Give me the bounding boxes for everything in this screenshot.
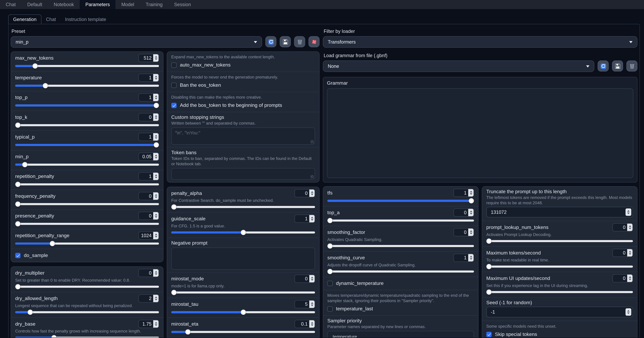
refresh-button[interactable] [598, 60, 609, 72]
spinner-up-icon[interactable] [154, 174, 157, 176]
seed-input-spinner[interactable] [626, 308, 631, 316]
top_a-input[interactable]: 0 [454, 208, 474, 217]
maximum-ui-updates-second-input[interactable]: 0 [612, 274, 633, 282]
penalty_alpha-slider[interactable] [171, 204, 315, 210]
spinner-up-icon[interactable] [470, 230, 472, 232]
slider-thumb[interactable] [486, 289, 492, 295]
spinner-down-icon[interactable] [470, 258, 472, 260]
spinner-up-icon[interactable] [628, 251, 631, 252]
grammar-textarea[interactable] [327, 89, 633, 178]
top_p-slider[interactable] [15, 103, 159, 108]
penalty_alpha-spinner[interactable] [309, 190, 315, 197]
spinner-up-icon[interactable] [154, 95, 157, 97]
mirostat_eta-spinner[interactable] [309, 320, 315, 328]
checkbox-checked[interactable] [171, 103, 176, 108]
repetition_penalty-input[interactable]: 1 [138, 172, 159, 180]
truncate-length-input-spinner[interactable] [626, 208, 631, 216]
spinner-down-icon[interactable] [154, 118, 157, 119]
frequency_penalty-spinner[interactable] [153, 192, 158, 200]
subtab-instruction-template[interactable]: Instruction template [60, 14, 111, 24]
slider-thumb[interactable] [328, 269, 333, 274]
tab-default[interactable]: Default [22, 0, 48, 9]
slider-thumb[interactable] [486, 238, 492, 244]
spinner-down-icon[interactable] [154, 98, 157, 100]
slider-thumb[interactable] [240, 309, 246, 315]
dry_base-input[interactable]: 1.75 [138, 320, 159, 328]
custom-stopping-strings-textarea[interactable] [171, 127, 315, 145]
max_new_tokens-slider[interactable] [15, 63, 159, 69]
slider-thumb[interactable] [486, 264, 492, 269]
mirostat_eta-input[interactable]: 0.1 [294, 320, 315, 328]
mirostat_mode-input[interactable]: 0 [294, 275, 315, 283]
spinner-up-icon[interactable] [154, 233, 157, 235]
slider-thumb[interactable] [28, 309, 33, 315]
smoothing_curve-input[interactable]: 1 [454, 254, 474, 262]
spinner-down-icon[interactable] [154, 216, 157, 218]
min_p-spinner[interactable] [153, 153, 158, 160]
top_p-spinner[interactable] [153, 94, 158, 101]
top_a-slider[interactable] [328, 218, 474, 223]
smoothing_factor-slider[interactable] [328, 243, 474, 249]
spinner-down-icon[interactable] [154, 236, 157, 238]
loader-dropdown[interactable]: Transformers [323, 36, 638, 48]
spinner-down-icon[interactable] [154, 324, 157, 326]
checkbox-unchecked[interactable] [171, 83, 176, 88]
spinner-down-icon[interactable] [627, 312, 630, 314]
spinner-up-icon[interactable] [154, 155, 157, 156]
spinner-up-icon[interactable] [154, 76, 157, 77]
typical_p-spinner[interactable] [153, 133, 158, 141]
slider-thumb[interactable] [50, 241, 55, 246]
min_p-input[interactable]: 0.05 [138, 153, 159, 161]
top_k-slider[interactable] [15, 123, 159, 128]
checkbox-unchecked[interactable] [171, 62, 176, 68]
spinner-down-icon[interactable] [311, 305, 313, 306]
maximum-ui-updates-second-slider[interactable] [486, 289, 633, 295]
smoothing_curve-spinner[interactable] [468, 254, 474, 261]
slider-thumb[interactable] [43, 83, 48, 89]
save-button[interactable] [280, 36, 291, 47]
penalty_alpha-input[interactable]: 0 [294, 189, 315, 197]
repetition_penalty-slider[interactable] [15, 182, 159, 187]
grammar-file-dropdown[interactable]: None [323, 60, 594, 72]
slider-thumb[interactable] [15, 182, 20, 187]
guidance_scale-spinner[interactable] [309, 215, 315, 222]
slider-thumb[interactable] [328, 243, 333, 249]
checkbox-checked[interactable] [15, 252, 20, 258]
spinner-down-icon[interactable] [628, 279, 631, 280]
spinner-down-icon[interactable] [628, 253, 631, 255]
mirostat_mode-slider[interactable] [171, 290, 315, 295]
spinner-up-icon[interactable] [311, 217, 313, 218]
dry_allowed_length-slider[interactable] [15, 309, 159, 315]
token-bans-textarea[interactable] [171, 168, 315, 180]
spinner-up-icon[interactable] [154, 296, 157, 298]
spinner-down-icon[interactable] [627, 212, 630, 214]
slider-thumb[interactable] [469, 198, 474, 203]
random-button[interactable] [308, 36, 320, 47]
spinner-up-icon[interactable] [154, 135, 157, 137]
spinner-up-icon[interactable] [470, 210, 472, 212]
temperature-input[interactable]: 1 [138, 74, 159, 82]
smoothing_curve-slider[interactable] [328, 269, 474, 274]
spinner-up-icon[interactable] [311, 277, 313, 278]
dry_base-slider[interactable] [15, 335, 159, 337]
seed-input[interactable]: -1 [486, 307, 633, 317]
presence_penalty-spinner[interactable] [153, 212, 158, 220]
spinner-up-icon[interactable] [311, 322, 313, 323]
dry_multiplier-input[interactable]: 0 [138, 269, 159, 277]
mirostat_tau-input[interactable]: 5 [294, 300, 315, 308]
spinner-down-icon[interactable] [311, 279, 313, 281]
min_p-slider[interactable] [15, 162, 159, 167]
spinner-down-icon[interactable] [311, 324, 313, 326]
spinner-down-icon[interactable] [154, 78, 157, 80]
frequency_penalty-slider[interactable] [15, 201, 159, 207]
save-button[interactable] [612, 60, 623, 72]
repetition_penalty_range-spinner[interactable] [153, 232, 158, 239]
repetition_penalty-spinner[interactable] [153, 173, 158, 180]
slider-thumb[interactable] [15, 221, 20, 226]
maximum-tokens-second-slider[interactable] [486, 264, 633, 269]
tab-notebook[interactable]: Notebook [48, 0, 80, 9]
smoothing_factor-spinner[interactable] [468, 229, 474, 236]
tab-parameters[interactable]: Parameters [80, 0, 116, 9]
delete-button[interactable] [294, 36, 305, 47]
slider-thumb[interactable] [22, 162, 28, 167]
